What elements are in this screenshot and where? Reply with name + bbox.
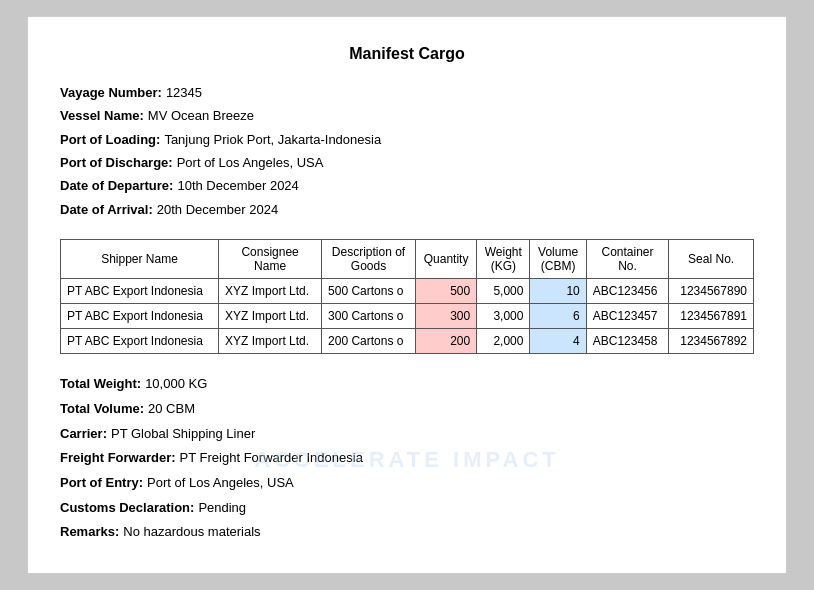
col-volume: Volume(CBM): [530, 240, 586, 279]
date-departure-label: Date of Departure:: [60, 174, 173, 197]
date-departure-value: 10th December 2024: [177, 174, 298, 197]
port-loading-value: Tanjung Priok Port, Jakarta-Indonesia: [164, 128, 381, 151]
freight-forwarder-row: Freight Forwarder: PT Freight Forwarder …: [60, 446, 754, 471]
port-discharge-row: Port of Discharge: Port of Los Angeles, …: [60, 151, 754, 174]
port-loading-label: Port of Loading:: [60, 128, 160, 151]
document-title: Manifest Cargo: [60, 45, 754, 63]
total-weight-value: 10,000 KG: [145, 372, 207, 397]
table-cell: 200 Cartons o: [322, 329, 416, 354]
col-quantity: Quantity: [415, 240, 476, 279]
table-cell: 500 Cartons o: [322, 279, 416, 304]
total-weight-row: Total Weight: 10,000 KG: [60, 372, 754, 397]
col-consignee-name: ConsigneeName: [219, 240, 322, 279]
customs-declaration-row: Customs Declaration: Pending: [60, 496, 754, 521]
col-description: Description ofGoods: [322, 240, 416, 279]
remarks-row: Remarks: No hazardous materials: [60, 520, 754, 545]
col-shipper-name: Shipper Name: [61, 240, 219, 279]
port-discharge-value: Port of Los Angeles, USA: [177, 151, 324, 174]
table-cell: 1234567891: [669, 304, 754, 329]
table-cell: 2,000: [477, 329, 530, 354]
vessel-name-value: MV Ocean Breeze: [148, 104, 254, 127]
vessel-name-row: Vessel Name: MV Ocean Breeze: [60, 104, 754, 127]
table-cell: PT ABC Export Indonesia: [61, 304, 219, 329]
info-section: Vayage Number: 12345 Vessel Name: MV Oce…: [60, 81, 754, 221]
freight-forwarder-label: Freight Forwarder:: [60, 446, 176, 471]
remarks-value: No hazardous materials: [123, 520, 260, 545]
table-cell: XYZ Import Ltd.: [219, 304, 322, 329]
port-of-entry-value: Port of Los Angeles, USA: [147, 471, 294, 496]
col-seal: Seal No.: [669, 240, 754, 279]
table-cell: 500: [415, 279, 476, 304]
table-row: PT ABC Export IndonesiaXYZ Import Ltd.30…: [61, 304, 754, 329]
footer-section: Total Weight: 10,000 KG Total Volume: 20…: [60, 372, 754, 545]
table-cell: 5,000: [477, 279, 530, 304]
customs-declaration-value: Pending: [198, 496, 246, 521]
carrier-row: Carrier: PT Global Shipping Liner: [60, 422, 754, 447]
remarks-label: Remarks:: [60, 520, 119, 545]
freight-forwarder-value: PT Freight Forwarder Indonesia: [180, 446, 363, 471]
date-arrival-row: Date of Arrival: 20th December 2024: [60, 198, 754, 221]
date-arrival-value: 20th December 2024: [157, 198, 278, 221]
cargo-table: Shipper Name ConsigneeName Description o…: [60, 239, 754, 354]
table-cell: 1234567890: [669, 279, 754, 304]
table-row: PT ABC Export IndonesiaXYZ Import Ltd.50…: [61, 279, 754, 304]
table-cell: 4: [530, 329, 586, 354]
port-loading-row: Port of Loading: Tanjung Priok Port, Jak…: [60, 128, 754, 151]
vessel-name-label: Vessel Name:: [60, 104, 144, 127]
document: Manifest Cargo Vayage Number: 12345 Vess…: [27, 16, 787, 574]
voyage-number-value: 12345: [166, 81, 202, 104]
table-cell: XYZ Import Ltd.: [219, 329, 322, 354]
table-cell: 10: [530, 279, 586, 304]
total-weight-label: Total Weight:: [60, 372, 141, 397]
port-discharge-label: Port of Discharge:: [60, 151, 173, 174]
table-cell: 200: [415, 329, 476, 354]
carrier-label: Carrier:: [60, 422, 107, 447]
port-of-entry-label: Port of Entry:: [60, 471, 143, 496]
date-arrival-label: Date of Arrival:: [60, 198, 153, 221]
col-weight: Weight(KG): [477, 240, 530, 279]
total-volume-row: Total Volume: 20 CBM: [60, 397, 754, 422]
date-departure-row: Date of Departure: 10th December 2024: [60, 174, 754, 197]
table-cell: 6: [530, 304, 586, 329]
port-of-entry-row: Port of Entry: Port of Los Angeles, USA: [60, 471, 754, 496]
table-cell: 3,000: [477, 304, 530, 329]
carrier-value: PT Global Shipping Liner: [111, 422, 255, 447]
table-cell: 1234567892: [669, 329, 754, 354]
table-cell: PT ABC Export Indonesia: [61, 329, 219, 354]
table-cell: ABC123458: [586, 329, 669, 354]
table-cell: PT ABC Export Indonesia: [61, 279, 219, 304]
table-cell: 300: [415, 304, 476, 329]
customs-declaration-label: Customs Declaration:: [60, 496, 194, 521]
table-cell: ABC123456: [586, 279, 669, 304]
table-cell: XYZ Import Ltd.: [219, 279, 322, 304]
total-volume-value: 20 CBM: [148, 397, 195, 422]
table-cell: ABC123457: [586, 304, 669, 329]
table-row: PT ABC Export IndonesiaXYZ Import Ltd.20…: [61, 329, 754, 354]
col-container: ContainerNo.: [586, 240, 669, 279]
table-header-row: Shipper Name ConsigneeName Description o…: [61, 240, 754, 279]
voyage-number-row: Vayage Number: 12345: [60, 81, 754, 104]
table-cell: 300 Cartons o: [322, 304, 416, 329]
voyage-number-label: Vayage Number:: [60, 81, 162, 104]
total-volume-label: Total Volume:: [60, 397, 144, 422]
